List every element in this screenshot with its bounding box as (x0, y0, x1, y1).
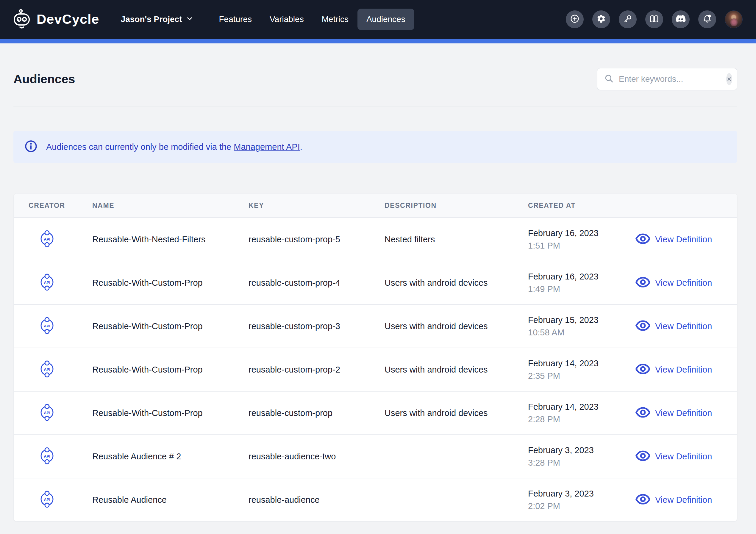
key-cell: reusable-audience-two (249, 452, 385, 462)
view-definition-link[interactable]: View Definition (635, 407, 737, 419)
info-banner: Audiences can currently only be modified… (14, 131, 737, 163)
project-selector[interactable]: Jason's Project (121, 14, 194, 24)
table-body: API Reusable-With-Nested-Filters reusabl… (14, 217, 737, 521)
creator-cell: API (29, 272, 92, 294)
table-row: API Reusable Audience reusable-audience … (14, 478, 737, 521)
api-badge-icon: API (39, 402, 55, 424)
banner-text-before: Audiences can currently only be modified… (46, 142, 234, 152)
table-header-row: CREATOR NAME KEY DESCRIPTION CREATED AT (14, 193, 737, 217)
view-definition-label: View Definition (655, 408, 712, 418)
api-keys-button[interactable] (619, 11, 637, 28)
created-at-cell: February 16, 2023 1:49 PM (528, 272, 635, 294)
view-definition-label: View Definition (655, 321, 712, 331)
search-input[interactable] (619, 74, 726, 84)
key-cell: reusable-custom-prop (249, 408, 385, 418)
nav-actions (566, 11, 742, 28)
column-header-description: DESCRIPTION (385, 202, 528, 210)
view-definition-link[interactable]: View Definition (635, 364, 737, 375)
api-badge-icon: API (39, 272, 55, 294)
nav-item-features[interactable]: Features (210, 9, 261, 30)
created-date: February 16, 2023 (528, 228, 635, 238)
user-avatar[interactable] (725, 11, 742, 28)
view-definition-link[interactable]: View Definition (635, 320, 737, 332)
add-button[interactable] (566, 11, 584, 28)
brand-name: DevCycle (37, 12, 99, 27)
description-cell: Users with android devices (385, 278, 528, 288)
banner-text: Audiences can currently only be modified… (46, 142, 302, 152)
created-date: February 3, 2023 (528, 489, 635, 498)
description-cell: Nested filters (385, 235, 528, 244)
svg-text:API: API (44, 411, 50, 415)
accent-bar (0, 38, 756, 43)
settings-button[interactable] (592, 11, 610, 28)
name-cell: Reusable-With-Custom-Prop (92, 278, 249, 288)
view-definition-link[interactable]: View Definition (635, 494, 737, 506)
svg-text:API: API (44, 367, 50, 372)
name-cell: Reusable-With-Custom-Prop (92, 365, 249, 375)
page-header: Audiences (14, 43, 737, 107)
description-cell: Users with android devices (385, 365, 528, 375)
search-box (597, 68, 737, 90)
description-cell: Users with android devices (385, 321, 528, 331)
discord-icon (676, 14, 686, 25)
view-definition-label: View Definition (655, 495, 712, 505)
docs-icon (649, 14, 659, 25)
notifications-icon (702, 14, 712, 25)
view-definition-link[interactable]: View Definition (635, 450, 737, 462)
created-time: 2:02 PM (528, 501, 635, 511)
brand[interactable]: DevCycle (14, 9, 99, 30)
discord-button[interactable] (672, 11, 689, 28)
audiences-table: CREATOR NAME KEY DESCRIPTION CREATED AT … (14, 193, 737, 521)
notifications-button[interactable] (698, 11, 716, 28)
key-cell: reusable-custom-prop-2 (249, 365, 385, 375)
table-row: API Reusable-With-Nested-Filters reusabl… (14, 217, 737, 261)
search-icon (604, 73, 614, 85)
created-at-cell: February 14, 2023 2:35 PM (528, 359, 635, 381)
chevron-down-icon (186, 15, 194, 24)
eye-icon (635, 277, 650, 289)
creator-cell: API (29, 489, 92, 511)
created-date: February 15, 2023 (528, 315, 635, 325)
top-navigation: DevCycle Jason's Project Features Variab… (0, 0, 756, 38)
column-header-creator: CREATOR (29, 202, 92, 210)
svg-text:API: API (44, 454, 50, 458)
creator-cell: API (29, 228, 92, 250)
add-icon (570, 14, 580, 25)
view-definition-link[interactable]: View Definition (635, 233, 737, 245)
created-date: February 3, 2023 (528, 445, 635, 455)
api-badge-icon: API (39, 359, 55, 381)
created-date: February 16, 2023 (528, 272, 635, 282)
search-clear-button[interactable] (726, 73, 732, 85)
created-time: 3:28 PM (528, 458, 635, 468)
table-row: API Reusable-With-Custom-Prop reusable-c… (14, 261, 737, 304)
management-api-link[interactable]: Management API (234, 142, 300, 152)
svg-text:API: API (44, 237, 50, 242)
view-definition-link[interactable]: View Definition (635, 277, 737, 289)
column-header-name: NAME (92, 202, 249, 210)
nav-item-metrics[interactable]: Metrics (313, 9, 358, 30)
creator-cell: API (29, 402, 92, 424)
table-row: API Reusable-With-Custom-Prop reusable-c… (14, 304, 737, 347)
nav-item-audiences[interactable]: Audiences (358, 9, 414, 30)
banner-text-after: . (300, 142, 302, 152)
nav-item-variables[interactable]: Variables (261, 9, 313, 30)
api-badge-icon: API (39, 489, 55, 511)
table-row: API Reusable-With-Custom-Prop reusable-c… (14, 347, 737, 391)
eye-icon (635, 450, 650, 462)
docs-button[interactable] (645, 11, 663, 28)
creator-cell: API (29, 445, 92, 468)
creator-cell: API (29, 315, 92, 337)
api-badge-icon: API (39, 228, 55, 250)
svg-text:API: API (44, 324, 50, 328)
created-at-cell: February 3, 2023 2:02 PM (528, 489, 635, 511)
eye-icon (635, 364, 650, 375)
created-date: February 14, 2023 (528, 359, 635, 369)
created-at-cell: February 15, 2023 10:58 AM (528, 315, 635, 338)
eye-icon (635, 407, 650, 419)
name-cell: Reusable Audience (92, 495, 249, 505)
key-cell: reusable-custom-prop-3 (249, 321, 385, 331)
creator-cell: API (29, 359, 92, 381)
column-header-key: KEY (249, 202, 385, 210)
view-definition-label: View Definition (655, 452, 712, 462)
project-selector-label: Jason's Project (121, 14, 182, 24)
